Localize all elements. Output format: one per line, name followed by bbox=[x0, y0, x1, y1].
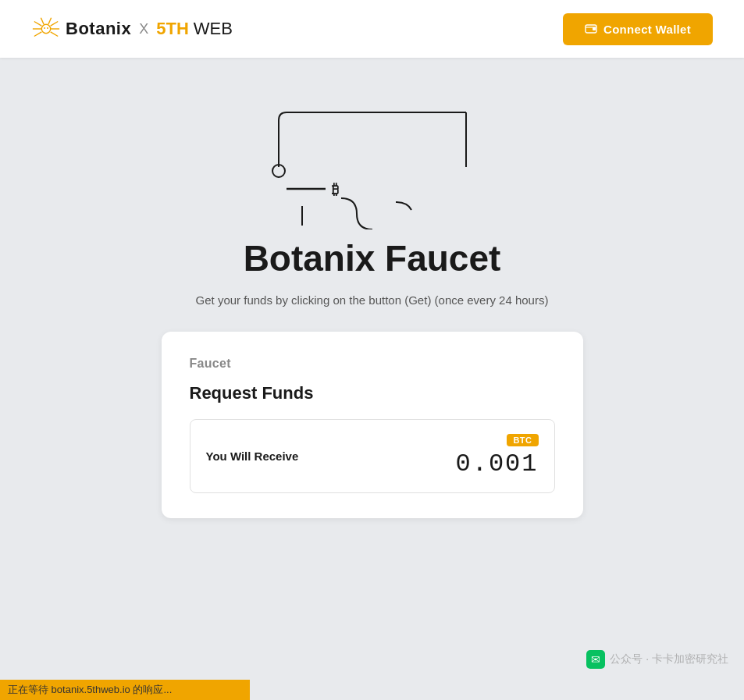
svg-point-0 bbox=[41, 24, 50, 33]
svg-point-10 bbox=[47, 27, 48, 29]
logo-area: Botanix X 5TH WEB bbox=[31, 14, 233, 44]
main-content: ₿ Botanix Faucet Get your funds by click… bbox=[0, 58, 744, 518]
card-section-label: Faucet bbox=[190, 357, 555, 371]
svg-point-9 bbox=[44, 27, 45, 29]
connect-wallet-button[interactable]: Connect Wallet bbox=[563, 13, 713, 45]
page-subtitle: Get your funds by clicking on the button… bbox=[196, 293, 549, 307]
svg-line-8 bbox=[48, 18, 52, 25]
svg-line-1 bbox=[34, 22, 42, 27]
spider-icon bbox=[31, 14, 61, 44]
page-title: Botanix Faucet bbox=[244, 237, 501, 279]
header: Botanix X 5TH WEB Connect Wallet bbox=[0, 0, 744, 58]
wechat-icon: ✉ bbox=[586, 650, 605, 669]
svg-line-3 bbox=[34, 32, 42, 37]
watermark: ✉ 公众号 · 卡卡加密研究社 bbox=[586, 650, 728, 669]
status-bar: 正在等待 botanix.5thweb.io 的响应... bbox=[0, 680, 250, 700]
status-text: 正在等待 botanix.5thweb.io 的响应... bbox=[8, 684, 172, 695]
watermark-text: 公众号 · 卡卡加密研究社 bbox=[610, 652, 728, 666]
svg-text:₿: ₿ bbox=[332, 182, 339, 197]
logo-5th-text: 5TH bbox=[156, 19, 189, 39]
svg-line-7 bbox=[41, 18, 44, 25]
faucet-illustration: ₿ bbox=[240, 73, 505, 229]
logo-web-text: WEB bbox=[194, 19, 233, 39]
logo-x-text: X bbox=[139, 21, 148, 37]
receive-box: You Will Receive BTC 0.001 bbox=[190, 419, 555, 493]
logo-botanix-text: Botanix bbox=[66, 19, 131, 39]
connect-wallet-label: Connect Wallet bbox=[603, 23, 691, 36]
request-funds-title: Request Funds bbox=[190, 383, 555, 403]
btc-badge: BTC bbox=[507, 434, 538, 446]
faucet-card: Faucet Request Funds You Will Receive BT… bbox=[162, 332, 583, 518]
svg-line-6 bbox=[51, 32, 59, 37]
svg-line-4 bbox=[51, 22, 59, 27]
wallet-icon bbox=[585, 23, 597, 35]
receive-label: You Will Receive bbox=[206, 449, 299, 463]
receive-amount: 0.001 bbox=[455, 449, 538, 478]
receive-amount-area: BTC 0.001 bbox=[455, 434, 538, 478]
